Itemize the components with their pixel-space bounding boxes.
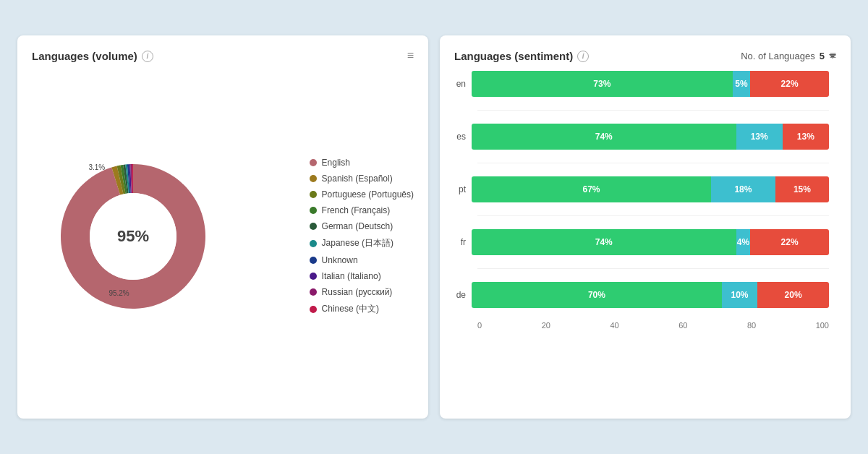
sentiment-card-title: Languages (sentiment) i xyxy=(454,50,589,62)
volume-card: Languages (volume) i ≡ 95% 3.1% 95.2% En… xyxy=(17,35,428,419)
donut-center-label: 95% xyxy=(117,227,149,246)
bar-track: 74%13%13% xyxy=(472,124,829,150)
bar-positive: 73% xyxy=(472,71,733,97)
x-axis-tick: 80 xyxy=(747,321,756,330)
bar-neutral: 5% xyxy=(733,71,751,97)
x-axis-tick: 20 xyxy=(542,321,550,330)
legend-dot xyxy=(310,159,317,166)
bar-negative: 13% xyxy=(783,124,829,150)
bar-row: en73%5%22% xyxy=(454,71,829,97)
bar-negative: 20% xyxy=(757,282,829,308)
legend-label: Unknown xyxy=(322,255,358,265)
bar-track: 67%18%15% xyxy=(472,176,829,202)
bar-neutral: 4% xyxy=(736,229,751,255)
lang-count-value: 5 xyxy=(820,51,825,61)
legend-dot xyxy=(310,288,317,296)
bar-track: 70%10%20% xyxy=(472,282,829,308)
bar-neutral: 13% xyxy=(736,124,783,150)
legend-item: Unknown xyxy=(310,255,414,265)
bar-lang-label: es xyxy=(454,132,472,142)
legend-item: Chinese (中文) xyxy=(310,303,414,315)
legend-item: Portuguese (Português) xyxy=(310,189,414,200)
volume-info-icon[interactable]: i xyxy=(142,51,153,62)
bar-positive: 74% xyxy=(472,229,736,255)
legend-label: French (Français) xyxy=(322,205,391,215)
legend-label: Chinese (中文) xyxy=(322,303,379,315)
bar-separator xyxy=(477,110,829,111)
bar-row: de70%10%20% xyxy=(454,282,829,308)
donut-outer-label-1: 3.1% xyxy=(88,163,105,171)
legend-item: Russian (русский) xyxy=(310,287,414,297)
legend-dot xyxy=(310,240,317,247)
legend-dot xyxy=(310,175,317,182)
bar-track: 73%5%22% xyxy=(472,71,829,97)
sentiment-title-text: Languages (sentiment) xyxy=(454,50,573,62)
bar-separator xyxy=(477,163,829,163)
volume-title-text: Languages (volume) xyxy=(32,50,137,62)
bar-lang-label: fr xyxy=(454,237,472,247)
bar-row: pt67%18%15% xyxy=(454,176,829,202)
bar-lang-label: de xyxy=(454,290,472,300)
bar-lang-label: en xyxy=(454,79,472,89)
legend-item: Spanish (Español) xyxy=(310,174,414,184)
legend-item: Japanese (日本語) xyxy=(310,237,414,249)
legend-dot xyxy=(310,273,317,280)
legend-label: German (Deutsch) xyxy=(322,221,393,231)
bar-negative: 15% xyxy=(775,176,829,202)
bar-row: fr74%4%22% xyxy=(454,229,829,255)
legend-item: English xyxy=(310,158,414,168)
x-axis-tick: 100 xyxy=(816,321,829,330)
bar-lang-label: pt xyxy=(454,184,472,194)
legend-item: German (Deutsch) xyxy=(310,221,414,231)
lang-count-control[interactable]: No. of Languages 5 xyxy=(741,51,836,61)
x-axis: 020406080100 xyxy=(454,321,829,330)
legend-label: Russian (русский) xyxy=(322,287,393,297)
sentiment-card: Languages (sentiment) i No. of Languages… xyxy=(440,35,851,419)
sentiment-menu-icon[interactable]: ≡ xyxy=(830,50,836,61)
legend-item: French (Français) xyxy=(310,205,414,215)
bar-separator xyxy=(477,268,829,269)
legend-label: Italian (Italiano) xyxy=(322,271,381,281)
legend-label: English xyxy=(322,158,350,168)
bar-neutral: 10% xyxy=(722,282,757,308)
volume-menu-icon[interactable]: ≡ xyxy=(407,50,414,61)
donut-outer-label-2: 95.2% xyxy=(109,289,129,297)
legend-label: Portuguese (Português) xyxy=(322,189,414,200)
legend-dot xyxy=(310,257,317,264)
x-axis-tick: 0 xyxy=(477,321,482,330)
bar-positive: 70% xyxy=(472,282,722,308)
donut-wrapper: 95% 3.1% 95.2% xyxy=(32,135,234,338)
bar-negative: 22% xyxy=(750,229,829,255)
bar-negative: 22% xyxy=(750,71,829,97)
donut-container: 95% 3.1% 95.2% EnglishSpanish (Español)P… xyxy=(32,74,414,399)
bar-positive: 74% xyxy=(472,124,736,150)
bar-neutral: 18% xyxy=(711,176,775,202)
dashboard: Languages (volume) i ≡ 95% 3.1% 95.2% En… xyxy=(0,0,868,454)
donut-legend: EnglishSpanish (Español)Portuguese (Port… xyxy=(295,158,414,315)
legend-dot xyxy=(310,223,317,230)
bar-row: es74%13%13% xyxy=(454,124,829,150)
legend-dot xyxy=(310,207,317,214)
legend-dot xyxy=(310,191,317,198)
sentiment-header: Languages (sentiment) i No. of Languages… xyxy=(454,50,836,62)
legend-label: Japanese (日本語) xyxy=(322,237,393,249)
legend-item: Italian (Italiano) xyxy=(310,271,414,281)
x-axis-tick: 60 xyxy=(678,321,687,330)
sentiment-info-icon[interactable]: i xyxy=(577,51,589,62)
sentiment-chart-area: en73%5%22%es74%13%13%pt67%18%15%fr74%4%2… xyxy=(454,71,836,330)
volume-card-title: Languages (volume) i xyxy=(32,50,414,62)
bar-track: 74%4%22% xyxy=(472,229,829,255)
lang-count-label: No. of Languages xyxy=(741,51,815,61)
legend-label: Spanish (Español) xyxy=(322,174,393,184)
legend-dot xyxy=(310,306,317,313)
bar-positive: 67% xyxy=(472,176,711,202)
bar-separator xyxy=(477,215,829,216)
x-axis-tick: 40 xyxy=(610,321,618,330)
